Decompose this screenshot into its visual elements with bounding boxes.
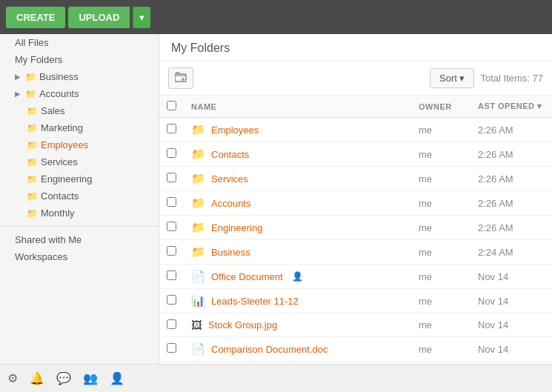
all-files-label: All Files (15, 37, 49, 48)
file-name-link[interactable]: Employees (211, 124, 259, 136)
upload-button[interactable]: UPLOAD (68, 7, 130, 28)
create-button[interactable]: CREATE (6, 7, 65, 28)
sidebar-item-all-files[interactable]: All Files (0, 34, 159, 51)
row-owner-cell: me (411, 118, 470, 142)
row-checkbox[interactable] (167, 148, 176, 158)
row-date-cell: 2:26 AM (470, 167, 552, 191)
row-date-cell: 2:26 AM (470, 191, 552, 216)
sidebar: All Files My Folders ▶ 📁 Business ▶ 📁 Ac… (0, 34, 159, 364)
upload-dropdown-button[interactable]: ▾ (133, 7, 150, 28)
file-name-link[interactable]: Engineering (211, 222, 262, 233)
notifications-icon[interactable]: 🔔 (30, 371, 44, 385)
sidebar-item-services[interactable]: 📁 Services (0, 153, 159, 170)
row-checkbox[interactable] (167, 246, 176, 256)
sidebar-item-employees[interactable]: 📁 Employees (0, 136, 159, 153)
row-checkbox[interactable] (167, 124, 176, 133)
row-owner-cell: me (411, 313, 470, 337)
sidebar-item-marketing[interactable]: 📁 Marketing (0, 119, 159, 136)
select-all-checkbox[interactable] (167, 101, 176, 110)
folder-icon: 📁 (27, 191, 38, 202)
folder-icon: 📁 (27, 208, 38, 219)
row-checkbox[interactable] (167, 173, 176, 182)
row-checkbox-cell (159, 289, 184, 313)
file-type-icon: 📊 (191, 294, 205, 308)
sidebar-item-label: Engineering (41, 173, 92, 185)
row-owner-cell: me (411, 240, 470, 265)
row-checkbox-cell (159, 142, 184, 167)
sidebar-item-label: Services (41, 156, 78, 167)
sidebar-item-label: Accounts (39, 88, 79, 99)
select-all-header (159, 96, 184, 118)
row-checkbox-cell (159, 337, 184, 362)
row-date-cell: Nov 14 (470, 337, 552, 362)
shared-icon: 👤 (292, 271, 303, 282)
row-name-cell: 📁 Services (184, 167, 411, 191)
date-column-header[interactable]: AST OPENED ▾ (470, 96, 552, 118)
row-checkbox[interactable] (167, 295, 176, 305)
name-column-header[interactable]: NAME (184, 96, 411, 118)
row-date-cell: 2:24 AM (470, 240, 552, 265)
file-type-icon: 📁 (191, 172, 205, 185)
sidebar-item-business[interactable]: ▶ 📁 Business (0, 68, 159, 85)
shared-with-me-label: Shared with Me (15, 234, 82, 245)
table-row: 📁 Business me 2:24 AM (159, 240, 552, 265)
sidebar-item-contacts[interactable]: 📁 Contacts (0, 187, 159, 205)
settings-icon[interactable]: ⚙ (7, 371, 18, 385)
row-owner-cell: me (411, 265, 470, 289)
table-row: 📁 Services me 2:26 AM (159, 167, 552, 191)
file-name-link[interactable]: Office Document (211, 271, 283, 282)
file-name-link[interactable]: Accounts (211, 198, 250, 209)
row-owner-cell: me (411, 289, 470, 313)
sidebar-item-accounts[interactable]: ▶ 📁 Accounts (0, 85, 159, 102)
row-checkbox[interactable] (167, 222, 176, 231)
arrow-icon: ▶ (15, 90, 21, 98)
row-checkbox[interactable] (167, 270, 176, 280)
sidebar-item-monthly[interactable]: 📁 Monthly (0, 205, 159, 222)
arrow-icon: ▶ (15, 73, 21, 81)
row-owner-cell: me (411, 142, 470, 167)
profile-icon[interactable]: 👤 (110, 371, 124, 385)
sidebar-item-shared-with-me[interactable]: Shared with Me (0, 231, 159, 248)
folder-icon: 📁 (27, 106, 38, 116)
table-row: 📁 Employees me 2:26 AM (159, 118, 552, 142)
row-checkbox-cell (159, 265, 184, 289)
row-date-cell: Nov 14 (470, 289, 552, 313)
content-header: My Folders (159, 34, 552, 62)
folder-icon: 📁 (27, 123, 38, 133)
file-table: NAME OWNER AST OPENED ▾ 📁 Employees me 2… (159, 96, 552, 362)
sidebar-item-label: Monthly (41, 207, 75, 219)
row-checkbox[interactable] (167, 319, 176, 329)
row-owner-cell: me (411, 216, 470, 240)
file-name-link[interactable]: Leads-Sleeter 11-12 (211, 296, 299, 307)
content-title: My Folders (171, 41, 230, 54)
sidebar-item-workspaces[interactable]: Workspaces (0, 248, 159, 265)
new-folder-button[interactable] (168, 67, 193, 89)
sidebar-item-engineering[interactable]: 📁 Engineering (0, 170, 159, 187)
file-name-link[interactable]: Contacts (211, 149, 249, 160)
file-name-link[interactable]: Services (211, 173, 248, 185)
row-checkbox-cell (159, 118, 184, 142)
file-name-link[interactable]: Comparison Document.doc (211, 344, 328, 355)
content-toolbar: Sort ▾ Total Items: 77 (159, 62, 552, 96)
sidebar-item-my-folders[interactable]: My Folders (0, 51, 159, 68)
file-type-icon: 📄 (191, 342, 205, 356)
sidebar-item-sales[interactable]: 📁 Sales (0, 102, 159, 119)
file-type-icon: 📄 (191, 270, 205, 283)
row-checkbox[interactable] (167, 343, 176, 353)
sort-button[interactable]: Sort ▾ (430, 68, 474, 88)
row-date-cell: Nov 14 (470, 313, 552, 337)
table-row: 📁 Accounts me 2:26 AM (159, 191, 552, 216)
chat-icon[interactable]: 💬 (56, 371, 71, 385)
file-type-icon: 📁 (191, 221, 205, 234)
sidebar-item-label: Business (39, 71, 79, 82)
folder-icon: 📁 (27, 157, 38, 167)
file-name-link[interactable]: Business (211, 247, 250, 258)
row-name-cell: 📁 Contacts (184, 142, 411, 167)
team-icon[interactable]: 👥 (83, 371, 98, 385)
row-checkbox[interactable] (167, 197, 176, 207)
row-name-cell: 📁 Employees (184, 118, 411, 142)
file-name-link[interactable]: Stock Group.jpg (208, 319, 277, 330)
table-row: 🖼 Stock Group.jpg me Nov 14 (159, 313, 552, 337)
row-checkbox-cell (159, 191, 184, 216)
file-type-icon: 🖼 (191, 319, 202, 331)
